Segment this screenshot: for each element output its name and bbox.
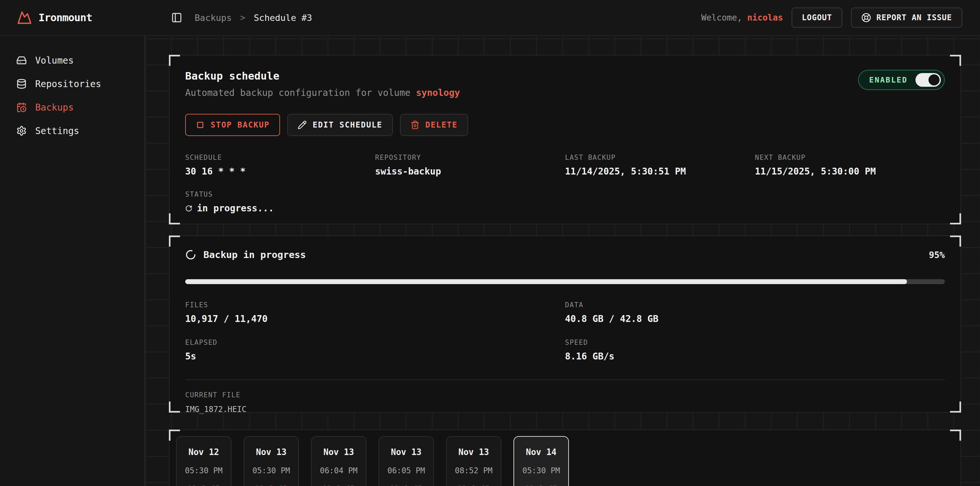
sidebar-item-label: Settings — [35, 126, 79, 136]
main-content: Backup schedule Automated backup configu… — [145, 36, 980, 486]
stat-value: 40.8 GB / 42.8 GB — [565, 314, 945, 324]
sidebar-toggle-icon[interactable] — [171, 12, 182, 23]
report-issue-button[interactable]: REPORT AN ISSUE — [851, 8, 963, 28]
breadcrumb: Backups > Schedule #3 — [195, 13, 312, 23]
snapshot-size: 92.2 GB — [244, 484, 298, 486]
stop-backup-label: STOP BACKUP — [211, 120, 270, 129]
snapshots-card: Nov 12 05:30 PM 92.2 GB Nov 13 05:30 PM … — [169, 430, 961, 486]
snapshot-time: 06:05 PM — [379, 466, 433, 475]
field-value: 30 16 * * * — [185, 166, 375, 177]
snapshot-date: Nov 13 — [312, 447, 366, 457]
stat-value: 8.16 GB/s — [565, 351, 945, 362]
toggle-switch[interactable] — [915, 73, 941, 87]
snapshot-time: 08:52 PM — [447, 466, 501, 475]
status-field: STATUS in progress... — [185, 191, 375, 214]
progress-bar — [185, 279, 945, 284]
stat-label: ELAPSED — [185, 339, 565, 346]
stop-backup-button[interactable]: STOP BACKUP — [185, 114, 280, 136]
last-backup-field: LAST BACKUP 11/14/2025, 5:30:51 PM — [565, 154, 755, 177]
breadcrumb-section[interactable]: Backups — [195, 13, 232, 23]
next-backup-field: NEXT BACKUP 11/15/2025, 5:30:00 PM — [755, 154, 945, 177]
field-label: LAST BACKUP — [565, 154, 755, 161]
trash-icon — [410, 120, 420, 129]
snapshot-date: Nov 14 — [514, 447, 568, 457]
snapshot-tile[interactable]: Nov 13 06:04 PM 92.2 GB — [311, 436, 366, 486]
corner-bracket — [169, 214, 180, 225]
snapshot-time: 05:30 PM — [177, 466, 231, 475]
data-stat: DATA 40.8 GB / 42.8 GB — [565, 301, 945, 324]
field-value: 11/14/2025, 5:30:51 PM — [565, 166, 755, 177]
divider — [185, 379, 945, 380]
corner-bracket — [950, 430, 961, 441]
calendar-clock-icon — [16, 102, 27, 113]
schedule-field: SCHEDULE 30 16 * * * — [185, 154, 375, 177]
snapshot-tile-selected[interactable]: Nov 14 05:30 PM 92.2 GB — [514, 436, 569, 486]
corner-bracket — [950, 236, 961, 247]
snapshot-size: 92.2 GB — [177, 484, 231, 486]
logout-button[interactable]: LOGOUT — [792, 8, 843, 28]
edit-schedule-button[interactable]: EDIT SCHEDULE — [287, 114, 393, 136]
snapshot-time: 06:04 PM — [312, 466, 366, 475]
repository-field: REPOSITORY swiss-backup — [375, 154, 565, 177]
backup-progress-card: Backup in progress 95% FILES 10,917 / 11… — [169, 236, 961, 413]
field-label: NEXT BACKUP — [755, 154, 945, 161]
lifebuoy-icon — [861, 13, 871, 22]
card-title: Backup schedule — [185, 70, 460, 82]
corner-bracket — [169, 430, 180, 441]
corner-bracket — [950, 214, 961, 225]
enabled-label: ENABLED — [869, 76, 908, 84]
sidebar-item-repositories[interactable]: Repositories — [0, 74, 145, 93]
current-file-value: IMG_1872.HEIC — [185, 405, 945, 414]
stat-label: SPEED — [565, 339, 945, 346]
delete-label: DELETE — [425, 120, 458, 129]
toggle-knob — [929, 74, 940, 86]
sidebar-item-backups[interactable]: Backups — [0, 98, 145, 117]
welcome-prefix: Welcome, — [701, 13, 742, 22]
loader-spinner-icon — [185, 249, 196, 260]
speed-stat: SPEED 8.16 GB/s — [565, 339, 945, 362]
snapshot-date: Nov 12 — [177, 447, 231, 457]
gear-icon — [16, 126, 27, 136]
report-issue-label: REPORT AN ISSUE — [876, 13, 952, 22]
breadcrumb-current: Schedule #3 — [254, 13, 312, 23]
files-stat: FILES 10,917 / 11,470 — [185, 301, 565, 324]
breadcrumb-separator: > — [240, 13, 245, 22]
snapshot-time: 05:30 PM — [244, 466, 298, 475]
database-icon — [16, 79, 27, 89]
rotate-spinner-icon — [185, 205, 192, 212]
volume-name: synology — [416, 88, 460, 98]
field-label: REPOSITORY — [375, 154, 565, 161]
snapshot-date: Nov 13 — [379, 447, 433, 457]
snapshot-size: 92.2 GB — [379, 484, 433, 486]
snapshot-tile[interactable]: Nov 12 05:30 PM 92.2 GB — [176, 436, 231, 486]
sidebar: Volumes Repositories Backups Settings — [0, 36, 145, 486]
brand: Ironmount — [0, 10, 145, 25]
card-subtitle-text: Automated backup configuration for volum… — [185, 88, 416, 98]
stat-value: 5s — [185, 351, 565, 362]
snapshot-date: Nov 13 — [447, 447, 501, 457]
progress-fill — [185, 279, 907, 284]
current-file-label: CURRENT FILE — [185, 391, 945, 399]
snapshot-date: Nov 13 — [244, 447, 298, 457]
corner-bracket — [950, 402, 961, 413]
snapshot-size: 92.2 GB — [447, 484, 501, 486]
elapsed-stat: ELAPSED 5s — [185, 339, 565, 362]
top-header: Ironmount Backups > Schedule #3 Welcome,… — [0, 0, 980, 36]
sidebar-item-volumes[interactable]: Volumes — [0, 51, 145, 70]
pencil-icon — [298, 120, 307, 129]
stop-square-icon — [196, 120, 205, 129]
delete-button[interactable]: DELETE — [400, 114, 468, 136]
stat-value: 10,917 / 11,470 — [185, 314, 565, 324]
enabled-toggle[interactable]: ENABLED — [858, 70, 945, 90]
sidebar-item-settings[interactable]: Settings — [0, 121, 145, 140]
snapshot-tile[interactable]: Nov 13 06:05 PM 92.2 GB — [379, 436, 434, 486]
field-label: STATUS — [185, 191, 375, 198]
welcome-text: Welcome, nicolas — [701, 13, 783, 22]
stat-label: DATA — [565, 301, 945, 309]
field-label: SCHEDULE — [185, 154, 375, 161]
snapshot-tile[interactable]: Nov 13 05:30 PM 92.2 GB — [243, 436, 299, 486]
snapshot-size: 92.2 GB — [312, 484, 366, 486]
sidebar-item-label: Repositories — [35, 79, 101, 89]
snapshot-tile[interactable]: Nov 13 08:52 PM 92.2 GB — [446, 436, 501, 486]
corner-bracket — [169, 236, 180, 247]
